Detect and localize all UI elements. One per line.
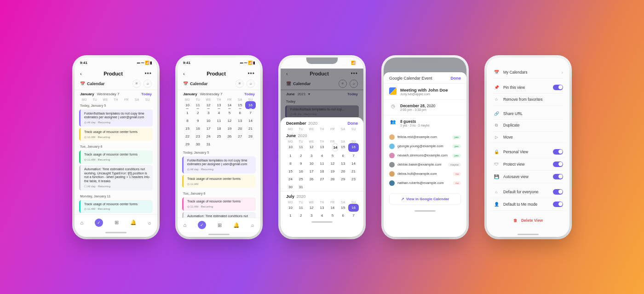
calendar-day[interactable]: 20 xyxy=(235,125,245,133)
view-in-google-calendar-button[interactable]: ↗ View in Google Calendar xyxy=(389,193,461,205)
search-icon[interactable]: ⌕ xyxy=(144,80,152,88)
calendar-day[interactable]: 10 xyxy=(306,160,317,167)
task-item[interactable]: Automation: Time estimated conditions no… xyxy=(79,165,153,190)
calendar-day[interactable]: 11 xyxy=(214,117,224,125)
calendar-day[interactable]: 11 xyxy=(296,143,306,152)
guest-row[interactable]: debbie.baker@example.commaybe xyxy=(389,160,461,169)
calendar-day[interactable]: 2 xyxy=(296,212,306,219)
menu-item[interactable]: 🔒Personal View xyxy=(491,146,565,158)
today-button[interactable]: Today xyxy=(244,92,255,96)
menu-item[interactable]: ▷Move xyxy=(491,132,565,143)
calendar-day[interactable]: 9 xyxy=(296,160,306,167)
calendar-day[interactable]: 15 xyxy=(338,143,348,152)
calendar-day[interactable]: 31 xyxy=(203,140,214,148)
calendar-day[interactable]: 16 xyxy=(193,125,203,133)
calendar-day[interactable]: 20 xyxy=(338,167,348,175)
calendar-day[interactable]: 2 xyxy=(296,152,306,160)
toggle-switch[interactable] xyxy=(553,174,563,179)
tab-spaces[interactable]: ⊞ xyxy=(115,219,119,225)
task-item[interactable]: Folder/list/task templates do not copy t… xyxy=(79,110,153,127)
calendar-day[interactable]: 7 xyxy=(348,212,359,219)
calendar-day[interactable]: 11 xyxy=(193,101,203,109)
done-button[interactable]: Done xyxy=(348,121,358,126)
tab-notifications[interactable]: 🔔 xyxy=(233,222,240,228)
calendar-day[interactable]: 13 xyxy=(235,117,245,125)
tab-active[interactable]: ✓ xyxy=(198,221,206,229)
menu-item[interactable]: 🛡Protect view xyxy=(491,158,565,171)
menu-item[interactable]: ⧉Duplicate xyxy=(491,120,565,132)
month-grid[interactable]: 1011121314151612345678910111213141516171… xyxy=(281,143,363,191)
month-grid[interactable]: 101112131415161234567 xyxy=(281,204,363,219)
calendar-day[interactable]: 12 xyxy=(203,101,214,109)
task-item[interactable]: Automation: Time estimated conditions no… xyxy=(182,212,256,218)
calendar-day[interactable]: 15 xyxy=(285,167,296,175)
tab-home[interactable]: ⌂ xyxy=(184,222,187,228)
calendar-day[interactable]: 11 xyxy=(296,204,306,212)
guest-row[interactable]: nathan.roberts@example.comno xyxy=(389,179,461,188)
menu-item[interactable]: 👤Default to Me mode xyxy=(491,198,565,211)
tab-active[interactable]: ✓ xyxy=(95,219,103,227)
calendar-day[interactable]: 1 xyxy=(285,152,296,160)
toggle-switch[interactable] xyxy=(553,149,563,155)
calendar-day[interactable]: 19 xyxy=(327,167,338,175)
calendar-day[interactable]: 3 xyxy=(203,109,214,117)
calendar-day[interactable]: 7 xyxy=(245,109,256,117)
calendar-day[interactable]: 25 xyxy=(296,175,306,183)
menu-item[interactable]: 📅My Calendars xyxy=(491,67,565,79)
calendar-day[interactable]: 21 xyxy=(245,125,256,133)
calendar-day[interactable]: 16 xyxy=(245,101,256,109)
crumb-month[interactable]: January xyxy=(80,92,94,96)
calendar-day[interactable]: 5 xyxy=(327,212,338,219)
task-item[interactable]: Folder/list/task templates do not copy t… xyxy=(182,156,256,173)
calendar-day[interactable]: 30 xyxy=(285,183,296,191)
toggle-switch[interactable] xyxy=(553,202,563,207)
toggle-switch[interactable] xyxy=(553,85,563,90)
calendar-day[interactable]: 24 xyxy=(285,175,296,183)
calendar-day[interactable]: 10 xyxy=(182,101,193,109)
task-item[interactable]: Track usage of resource center forms◎ 11… xyxy=(79,200,153,213)
calendar-day[interactable]: 12 xyxy=(224,117,235,125)
calendar-day[interactable]: 21 xyxy=(348,167,359,175)
calendar-day[interactable]: 15 xyxy=(182,125,193,133)
calendar-day[interactable]: 1 xyxy=(182,109,193,117)
guest-row[interactable]: felicia.reid@example.comyes xyxy=(389,133,461,142)
calendar-day[interactable]: 19 xyxy=(224,125,235,133)
calendar-day[interactable]: 3 xyxy=(306,152,317,160)
calendar-day[interactable]: 13 xyxy=(214,101,224,109)
calendar-day[interactable]: 13 xyxy=(317,143,328,152)
calendar-day[interactable]: 15 xyxy=(235,101,245,109)
delete-view-button[interactable]: 🗑 Delete View xyxy=(487,213,569,226)
calendar-day[interactable]: 6 xyxy=(338,212,348,219)
calendar-day[interactable]: 8 xyxy=(285,160,296,167)
calendar-day[interactable]: 18 xyxy=(214,125,224,133)
tab-search[interactable]: ⌕ xyxy=(148,220,151,225)
calendar-day[interactable]: 4 xyxy=(317,152,328,160)
calendar-day[interactable]: 1 xyxy=(285,212,296,219)
filter-icon[interactable]: ≡ xyxy=(132,80,141,88)
calendar-day[interactable]: 10 xyxy=(285,204,296,212)
calendar-day[interactable]: 17 xyxy=(203,125,214,133)
calendar-day[interactable]: 26 xyxy=(224,133,235,140)
calendar-day[interactable]: 14 xyxy=(348,160,359,167)
calendar-day[interactable]: 23 xyxy=(193,133,203,140)
toggle-switch[interactable] xyxy=(553,189,563,195)
calendar-day[interactable]: 4 xyxy=(317,212,328,219)
back-icon[interactable]: ‹ xyxy=(80,71,82,76)
calendar-day[interactable]: 9 xyxy=(193,117,203,125)
menu-item[interactable]: ☆Remove from favorites xyxy=(491,94,565,105)
calendar-day[interactable]: 18 xyxy=(317,167,328,175)
done-button[interactable]: Done xyxy=(451,76,461,81)
tab-home[interactable]: ⌂ xyxy=(80,220,84,225)
calendar-day[interactable]: 5 xyxy=(327,152,338,160)
guest-row[interactable]: nevaeh.simmons@example.comyes xyxy=(389,151,461,160)
menu-item[interactable]: 🔗Share URL xyxy=(491,108,565,120)
calendar-day[interactable]: 3 xyxy=(306,212,317,219)
calendar-day[interactable]: 12 xyxy=(306,204,317,212)
calendar-day[interactable]: 8 xyxy=(182,117,193,125)
calendar-day[interactable]: 30 xyxy=(193,140,203,148)
tab-spaces[interactable]: ⊞ xyxy=(218,222,222,228)
calendar-day[interactable]: 6 xyxy=(235,109,245,117)
calendar-day[interactable]: 16 xyxy=(348,204,359,212)
calendar-day[interactable]: 10 xyxy=(203,117,214,125)
task-item[interactable]: Track usage of resource center forms◎ 11… xyxy=(79,150,153,164)
